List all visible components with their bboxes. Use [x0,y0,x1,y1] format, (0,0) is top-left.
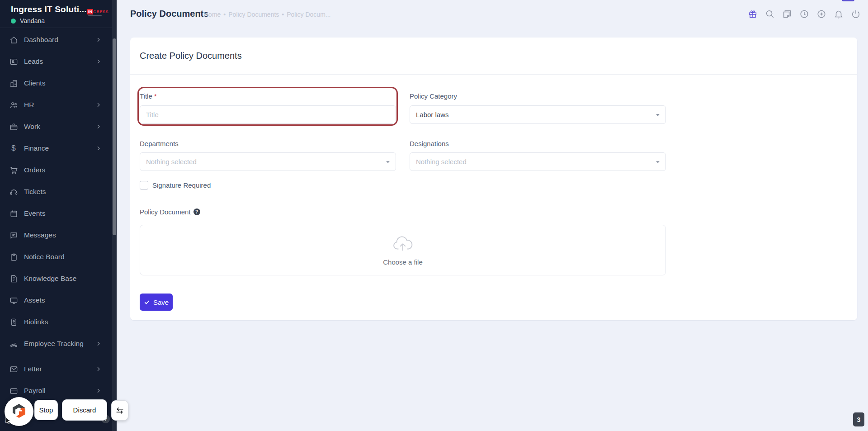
lead-card-icon [9,57,18,66]
sidebar-item-assets[interactable]: Assets [0,289,112,311]
id-badge-icon [9,317,18,327]
swap-button[interactable] [111,400,128,421]
title-input[interactable] [140,105,396,124]
brand-tagline [88,15,102,16]
check-icon [144,299,150,305]
signature-required-row: Signature Required [140,181,211,189]
home-icon [9,35,18,44]
sidebar-item-biolinks[interactable]: Biolinks [0,311,112,333]
card-title: Create Policy Documents [140,51,242,61]
sidebar-item-notice-board[interactable]: Notice Board [0,246,112,268]
create-policy-card: Create Policy Documents Title* Policy Ca… [130,38,857,320]
swap-arrows-icon [115,407,124,415]
sidebar-item-letter[interactable]: Letter [0,358,112,380]
breadcrumb: Home•Policy Documents•Policy Docum... [204,11,330,18]
sidebar-item-tickets[interactable]: Tickets [0,181,112,203]
brand-logo-in: IN [87,9,93,14]
brand-logo-gress: GRESS [93,9,108,14]
title-label: Title* [140,92,157,100]
chevron-right-icon [96,146,101,151]
policy-category-label: Policy Category [410,92,457,100]
designations-select[interactable]: Nothing selected [410,152,666,171]
top-header: Policy Documents Home•Policy Documents•P… [117,0,868,28]
chevron-right-icon [96,102,101,108]
sidebar-item-events[interactable]: Events [0,203,112,224]
monitor-icon [9,296,18,305]
stop-button[interactable]: Stop [34,400,58,420]
signature-required-checkbox[interactable] [140,181,148,189]
sidebar-item-hr[interactable]: HR [0,94,112,116]
page-title: Policy Documents [130,9,208,19]
card-divider [130,74,857,75]
discard-button[interactable]: Discard [62,399,107,421]
mouse-cursor [5,417,11,426]
chevron-right-icon [96,124,101,129]
scrollbar-thumb[interactable] [113,38,116,235]
cloud-upload-icon [392,235,413,255]
caret-down-icon [656,161,660,163]
calendar-icon [9,209,18,218]
notification-count-badge: 388 [842,0,854,1]
breadcrumb-section[interactable]: Policy Documents [228,11,279,18]
departments-select[interactable]: Nothing selected [140,152,396,171]
notifications-bell-icon[interactable] [834,9,844,19]
sidebar-header: Ingress IT Soluti... INGRESS Vandana [0,0,117,28]
notes-icon[interactable] [782,9,792,19]
sidebar-scrollbar[interactable] [112,0,117,431]
caret-down-icon [656,114,660,116]
wallet-icon [9,386,18,395]
breadcrumb-home[interactable]: Home [204,11,221,18]
gift-icon[interactable] [748,9,758,19]
header-actions [748,9,861,19]
sidebar-item-dashboard[interactable]: Dashboard [0,29,112,51]
online-status-dot [11,19,16,24]
sidebar-item-messages[interactable]: Messages [0,224,112,246]
chevron-right-icon [96,341,101,346]
sidebar-item-work[interactable]: Work [0,116,112,137]
required-asterisk: * [154,92,157,100]
chevron-right-icon [96,366,101,372]
scooter-icon [9,339,18,348]
building-icon [9,79,18,88]
sidebar-item-employee-tracking[interactable]: Employee Tracking [0,333,112,355]
save-button[interactable]: Save [140,294,173,311]
signature-required-label: Signature Required [152,181,211,189]
power-icon[interactable] [851,9,861,19]
choose-file-text: Choose a file [383,258,423,266]
add-circle-icon[interactable] [816,9,826,19]
sidebar-menu: Dashboard Leads Clients HR Work $ Financ… [0,29,112,402]
chevron-right-icon [96,59,101,64]
file-dropzone[interactable]: Choose a file [140,225,666,275]
document-icon [9,274,18,283]
envelope-icon [9,365,18,374]
sidebar-item-leads[interactable]: Leads [0,51,112,72]
help-icon[interactable]: ? [193,208,200,215]
breadcrumb-current: Policy Docum... [287,11,330,18]
user-name: Vandana [20,17,45,24]
sidebar-item-knowledge-base[interactable]: Knowledge Base [0,268,112,289]
sidebar-item-clients[interactable]: Clients [0,72,112,94]
search-icon[interactable] [765,9,775,19]
sidebar: Ingress IT Soluti... INGRESS Vandana Das… [0,0,117,431]
sidebar-item-orders[interactable]: Orders [0,159,112,181]
cart-icon [9,166,18,175]
step-count-badge: 3 [853,412,864,426]
clipboard-icon [9,252,18,261]
designations-label: Designations [410,140,449,147]
caret-down-icon [386,161,390,163]
chat-icon [9,231,18,240]
dollar-icon: $ [9,144,18,153]
brand-logo: INGRESS [87,9,108,16]
briefcase-icon [9,122,18,131]
chevron-right-icon [96,388,101,393]
policy-document-label: Policy Document [140,208,191,216]
sidebar-item-finance[interactable]: $ Finance [0,137,112,159]
people-icon [9,100,18,109]
policy-category-select[interactable]: Labor laws [410,105,666,124]
history-clock-icon[interactable] [799,9,809,19]
headset-icon [9,187,18,196]
departments-label: Departments [140,140,179,147]
chevron-right-icon [96,37,101,43]
